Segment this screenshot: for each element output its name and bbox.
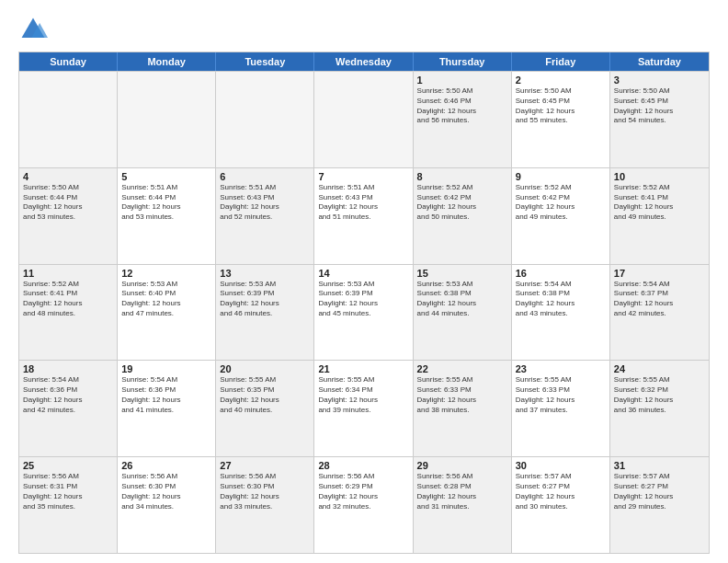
cell-info: Sunrise: 5:54 AM Sunset: 6:38 PM Dayligh… <box>516 280 606 319</box>
calendar-row: 25Sunrise: 5:56 AM Sunset: 6:31 PM Dayli… <box>19 456 709 553</box>
calendar-cell: 19Sunrise: 5:54 AM Sunset: 6:36 PM Dayli… <box>118 361 216 456</box>
logo-icon <box>18 15 48 44</box>
calendar-cell: 9Sunrise: 5:52 AM Sunset: 6:42 PM Daylig… <box>512 168 610 264</box>
day-number: 16 <box>516 268 606 279</box>
day-number: 22 <box>417 363 507 374</box>
cell-info: Sunrise: 5:50 AM Sunset: 6:46 PM Dayligh… <box>417 86 507 126</box>
calendar-cell: 12Sunrise: 5:53 AM Sunset: 6:40 PM Dayli… <box>118 265 216 361</box>
cell-info: Sunrise: 5:55 AM Sunset: 6:33 PM Dayligh… <box>417 375 507 415</box>
cell-info: Sunrise: 5:52 AM Sunset: 6:41 PM Dayligh… <box>614 183 705 223</box>
cell-info: Sunrise: 5:54 AM Sunset: 6:36 PM Dayligh… <box>23 375 113 415</box>
day-number: 25 <box>23 460 113 471</box>
calendar-cell: 20Sunrise: 5:55 AM Sunset: 6:35 PM Dayli… <box>216 361 314 456</box>
day-number: 30 <box>516 460 606 471</box>
weekday-header: Monday <box>118 52 216 71</box>
cell-info: Sunrise: 5:50 AM Sunset: 6:44 PM Dayligh… <box>23 183 113 223</box>
calendar-cell: 30Sunrise: 5:57 AM Sunset: 6:27 PM Dayli… <box>512 457 610 553</box>
calendar-cell: 5Sunrise: 5:51 AM Sunset: 6:44 PM Daylig… <box>118 168 216 264</box>
calendar-body: 1Sunrise: 5:50 AM Sunset: 6:46 PM Daylig… <box>19 71 709 553</box>
cell-info: Sunrise: 5:55 AM Sunset: 6:34 PM Dayligh… <box>318 375 408 415</box>
calendar-cell: 4Sunrise: 5:50 AM Sunset: 6:44 PM Daylig… <box>19 168 118 264</box>
cell-info: Sunrise: 5:52 AM Sunset: 6:42 PM Dayligh… <box>516 183 606 223</box>
day-number: 5 <box>121 171 211 182</box>
header <box>18 15 710 44</box>
calendar-row: 4Sunrise: 5:50 AM Sunset: 6:44 PM Daylig… <box>19 167 709 264</box>
cell-info: Sunrise: 5:56 AM Sunset: 6:30 PM Dayligh… <box>220 472 310 511</box>
calendar-cell: 24Sunrise: 5:55 AM Sunset: 6:32 PM Dayli… <box>610 361 709 456</box>
cell-info: Sunrise: 5:54 AM Sunset: 6:37 PM Dayligh… <box>614 280 705 319</box>
calendar-cell: 16Sunrise: 5:54 AM Sunset: 6:38 PM Dayli… <box>512 265 610 361</box>
calendar-cell <box>19 72 118 167</box>
cell-info: Sunrise: 5:53 AM Sunset: 6:38 PM Dayligh… <box>417 280 507 319</box>
day-number: 21 <box>318 363 408 374</box>
page: SundayMondayTuesdayWednesdayThursdayFrid… <box>0 0 728 563</box>
day-number: 23 <box>516 363 606 374</box>
calendar-cell <box>314 72 413 167</box>
day-number: 14 <box>318 268 408 279</box>
calendar-cell: 7Sunrise: 5:51 AM Sunset: 6:43 PM Daylig… <box>314 168 413 264</box>
calendar-cell: 8Sunrise: 5:52 AM Sunset: 6:42 PM Daylig… <box>414 168 512 264</box>
calendar-cell: 2Sunrise: 5:50 AM Sunset: 6:45 PM Daylig… <box>512 72 610 167</box>
day-number: 12 <box>121 268 211 279</box>
weekday-header: Tuesday <box>216 52 314 71</box>
cell-info: Sunrise: 5:57 AM Sunset: 6:27 PM Dayligh… <box>614 472 705 511</box>
calendar-cell: 15Sunrise: 5:53 AM Sunset: 6:38 PM Dayli… <box>414 265 512 361</box>
cell-info: Sunrise: 5:51 AM Sunset: 6:43 PM Dayligh… <box>318 183 408 223</box>
day-number: 28 <box>318 460 408 471</box>
day-number: 27 <box>220 460 310 471</box>
day-number: 7 <box>318 171 408 182</box>
cell-info: Sunrise: 5:56 AM Sunset: 6:31 PM Dayligh… <box>23 472 113 511</box>
day-number: 31 <box>614 460 705 471</box>
cell-info: Sunrise: 5:55 AM Sunset: 6:35 PM Dayligh… <box>220 375 310 415</box>
cell-info: Sunrise: 5:53 AM Sunset: 6:40 PM Dayligh… <box>121 280 211 319</box>
day-number: 29 <box>417 460 507 471</box>
cell-info: Sunrise: 5:56 AM Sunset: 6:28 PM Dayligh… <box>417 472 507 511</box>
cell-info: Sunrise: 5:52 AM Sunset: 6:42 PM Dayligh… <box>417 183 507 223</box>
calendar-cell <box>216 72 314 167</box>
day-number: 10 <box>614 171 705 182</box>
calendar-cell: 1Sunrise: 5:50 AM Sunset: 6:46 PM Daylig… <box>414 72 512 167</box>
day-number: 8 <box>417 171 507 182</box>
calendar-cell <box>118 72 216 167</box>
day-number: 24 <box>614 363 705 374</box>
day-number: 3 <box>614 75 705 86</box>
cell-info: Sunrise: 5:56 AM Sunset: 6:29 PM Dayligh… <box>318 472 408 511</box>
calendar-cell: 11Sunrise: 5:52 AM Sunset: 6:41 PM Dayli… <box>19 265 118 361</box>
cell-info: Sunrise: 5:55 AM Sunset: 6:32 PM Dayligh… <box>614 375 705 415</box>
calendar-cell: 17Sunrise: 5:54 AM Sunset: 6:37 PM Dayli… <box>610 265 709 361</box>
day-number: 20 <box>220 363 310 374</box>
cell-info: Sunrise: 5:53 AM Sunset: 6:39 PM Dayligh… <box>220 280 310 319</box>
calendar-row: 18Sunrise: 5:54 AM Sunset: 6:36 PM Dayli… <box>19 360 709 456</box>
calendar-cell: 6Sunrise: 5:51 AM Sunset: 6:43 PM Daylig… <box>216 168 314 264</box>
cell-info: Sunrise: 5:57 AM Sunset: 6:27 PM Dayligh… <box>516 472 606 511</box>
day-number: 11 <box>23 268 113 279</box>
calendar: SundayMondayTuesdayWednesdayThursdayFrid… <box>18 52 710 554</box>
weekday-header: Thursday <box>414 52 512 71</box>
calendar-header: SundayMondayTuesdayWednesdayThursdayFrid… <box>19 52 709 71</box>
cell-info: Sunrise: 5:51 AM Sunset: 6:43 PM Dayligh… <box>220 183 310 223</box>
calendar-cell: 27Sunrise: 5:56 AM Sunset: 6:30 PM Dayli… <box>216 457 314 553</box>
logo <box>18 15 51 44</box>
cell-info: Sunrise: 5:56 AM Sunset: 6:30 PM Dayligh… <box>121 472 211 511</box>
calendar-cell: 10Sunrise: 5:52 AM Sunset: 6:41 PM Dayli… <box>610 168 709 264</box>
day-number: 15 <box>417 268 507 279</box>
calendar-cell: 26Sunrise: 5:56 AM Sunset: 6:30 PM Dayli… <box>118 457 216 553</box>
weekday-header: Sunday <box>19 52 118 71</box>
day-number: 2 <box>516 75 606 86</box>
day-number: 19 <box>121 363 211 374</box>
calendar-cell: 3Sunrise: 5:50 AM Sunset: 6:45 PM Daylig… <box>610 72 709 167</box>
day-number: 1 <box>417 75 507 86</box>
calendar-cell: 29Sunrise: 5:56 AM Sunset: 6:28 PM Dayli… <box>414 457 512 553</box>
day-number: 13 <box>220 268 310 279</box>
cell-info: Sunrise: 5:51 AM Sunset: 6:44 PM Dayligh… <box>121 183 211 223</box>
day-number: 4 <box>23 171 113 182</box>
calendar-cell: 23Sunrise: 5:55 AM Sunset: 6:33 PM Dayli… <box>512 361 610 456</box>
calendar-cell: 25Sunrise: 5:56 AM Sunset: 6:31 PM Dayli… <box>19 457 118 553</box>
calendar-row: 11Sunrise: 5:52 AM Sunset: 6:41 PM Dayli… <box>19 264 709 361</box>
day-number: 9 <box>516 171 606 182</box>
calendar-cell: 28Sunrise: 5:56 AM Sunset: 6:29 PM Dayli… <box>314 457 413 553</box>
calendar-cell: 21Sunrise: 5:55 AM Sunset: 6:34 PM Dayli… <box>314 361 413 456</box>
weekday-header: Saturday <box>610 52 709 71</box>
day-number: 17 <box>614 268 705 279</box>
cell-info: Sunrise: 5:52 AM Sunset: 6:41 PM Dayligh… <box>23 280 113 319</box>
